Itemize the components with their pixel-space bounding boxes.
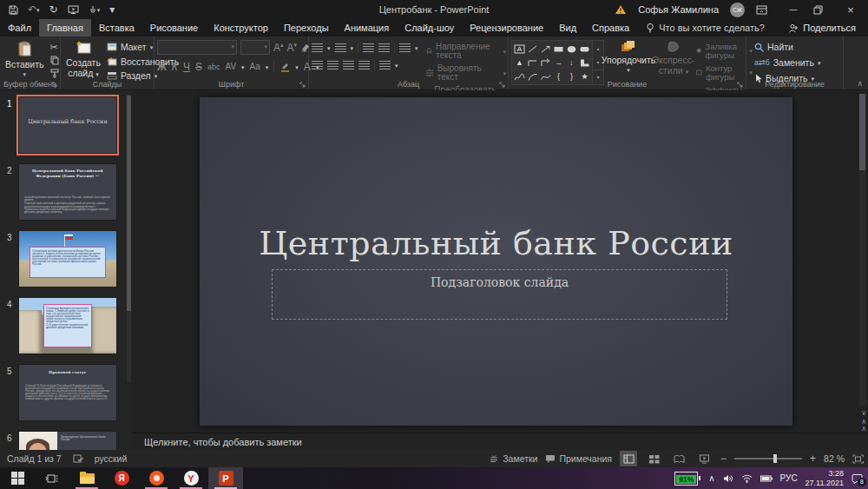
taskbar-powerpoint[interactable]: P [208,467,243,489]
show-hidden-icons-chevron[interactable]: ∧ [708,474,714,483]
scroll-down-icon[interactable]: ∨ [861,410,866,417]
taskbar-file-explorer[interactable] [69,467,104,489]
zoom-out-button[interactable]: − [720,453,727,465]
notes-toggle-button[interactable]: Заметки [489,453,537,464]
grow-font-button[interactable]: А▴ [273,42,284,53]
font-dialog-launcher-icon[interactable] [299,82,306,88]
slide-6-thumbnail[interactable]: Председатель Центрального банка России Н… [19,432,116,450]
italic-button[interactable]: К [172,62,178,72]
start-button[interactable] [0,467,35,489]
volume-icon[interactable] [723,474,733,483]
vertical-scrollbar[interactable] [859,94,865,406]
tab-draw[interactable]: Рисование [142,19,206,36]
columns-icon[interactable] [379,61,391,69]
wifi-icon[interactable] [741,474,753,483]
justify-icon[interactable] [358,61,370,69]
find-button[interactable]: Найти [754,43,820,52]
clipboard-dialog-launcher-icon[interactable] [51,82,57,88]
shape-outline-button[interactable]: Контур фигуры▾ [696,64,753,81]
tab-file[interactable]: Файл [0,19,39,36]
tab-home[interactable]: Главная [39,19,91,36]
character-spacing-button[interactable]: AV [225,63,236,71]
tab-transitions[interactable]: Переходы [276,19,337,36]
paragraph-dialog-launcher-icon[interactable] [499,82,505,88]
clock[interactable]: 3:28 27.11.2021 [806,469,844,487]
drawing-dialog-launcher-icon[interactable] [737,82,743,88]
bold-button[interactable]: Ж [157,62,167,72]
paste-button[interactable]: Вставить ▾ [3,40,47,78]
taskbar-yandex-app[interactable]: Я [104,467,139,489]
tab-insert[interactable]: Вставка [91,19,142,36]
highlight-color-icon[interactable] [279,62,290,72]
collapse-ribbon-icon[interactable]: ∧ [857,79,863,88]
line-spacing-icon[interactable] [399,43,411,52]
slide-1-thumbnail[interactable]: Центральный банк России [19,97,116,153]
touch-mouse-mode-icon[interactable]: ▾ [89,5,101,15]
normal-view-button[interactable] [620,451,637,466]
align-center-icon[interactable] [327,61,339,69]
shape-elbow-connector[interactable] [526,56,539,69]
tab-animations[interactable]: Анимация [337,19,398,36]
decrease-indent-icon[interactable] [363,43,374,52]
subtitle-placeholder[interactable]: Подзаголовок слайда [272,269,727,320]
battery-percentage-badge[interactable]: 91% [674,472,700,486]
zoom-in-button[interactable]: + [810,453,816,465]
customize-qat-icon[interactable]: ▾ [109,4,115,15]
format-painter-icon[interactable] [50,69,59,78]
strikethrough-button[interactable]: S [195,62,202,72]
slide-2-thumbnail[interactable]: Центральный банк Российской Федерации (Б… [19,164,116,220]
text-shadow-button[interactable]: abc [207,63,220,71]
taskbar-origin[interactable] [139,467,174,489]
taskbar-yandex-browser[interactable]: Y [174,467,208,489]
shape-oval[interactable] [565,42,578,56]
numbering-icon[interactable] [335,43,346,52]
avatar[interactable]: СЖ [730,3,745,17]
shape-down-arrow[interactable]: ↓ [565,56,578,69]
fit-slide-to-window-icon[interactable] [852,454,864,464]
save-icon[interactable] [9,5,18,15]
undo-icon[interactable]: ↶▾ [28,4,40,15]
battery-icon[interactable] [760,475,773,482]
account-name[interactable]: Софья Жамилина [638,4,719,15]
underline-button[interactable]: Ч [183,62,190,72]
share-button[interactable]: Поделиться [788,19,868,36]
tab-design[interactable]: Конструктор [206,19,276,36]
copy-icon[interactable] [50,56,59,65]
slide-4-thumbnail[interactable]: Основные функции центрального банка: 1.Э… [19,298,116,354]
slide-5-thumbnail[interactable]: Правовой статус Статьей 75 Конституции Р… [19,365,116,420]
new-slide-button[interactable]: Создатьслайд ▾ [63,40,103,79]
cut-icon[interactable]: ✂ [50,43,59,52]
tell-me-box[interactable]: Что вы хотите сделать? [637,19,773,36]
shape-rounded-rectangle[interactable] [578,42,591,56]
zoom-slider-thumb[interactable] [773,454,777,463]
zoom-slider[interactable] [734,458,802,459]
shape-elbow-arrow-connector[interactable] [539,56,552,69]
arrange-button[interactable]: Упорядочить ▾ [604,40,653,74]
start-slideshow-icon[interactable] [68,5,79,15]
bullets-icon[interactable] [312,43,323,52]
slide-title[interactable]: Центральный банк России [200,224,792,262]
shape-line[interactable] [526,42,539,56]
font-name-combo[interactable] [157,40,237,55]
shape-right-arrow[interactable]: → [552,56,565,69]
keyboard-language[interactable]: РУС [780,473,798,483]
previous-slide-button[interactable]: ∧∧ [861,419,866,433]
slide-sorter-view-button[interactable] [645,451,662,466]
shape-fill-button[interactable]: Заливка фигуры▾ [696,43,753,59]
reading-view-button[interactable] [670,451,687,466]
tab-review[interactable]: Рецензирование [462,19,551,36]
shape-triangle[interactable]: ▲ [513,56,526,69]
zoom-level[interactable]: 82 % [824,453,845,464]
comments-toggle-button[interactable]: Примечания [545,453,612,464]
align-left-icon[interactable] [312,61,323,69]
tab-slideshow[interactable]: Слайд-шоу [397,19,462,36]
tab-view[interactable]: Вид [551,19,584,36]
increase-indent-icon[interactable] [378,43,390,52]
task-view-button[interactable] [35,467,69,489]
restore-button[interactable] [813,5,831,15]
replace-button[interactable]: а⇄бЗаменить▾ [754,58,820,68]
ribbon-display-options-icon[interactable] [756,5,773,15]
shape-arrow-line[interactable] [539,42,552,56]
warning-icon[interactable] [615,4,627,15]
slide-canvas[interactable]: Центральный банк России Подзаголовок сла… [200,97,792,426]
